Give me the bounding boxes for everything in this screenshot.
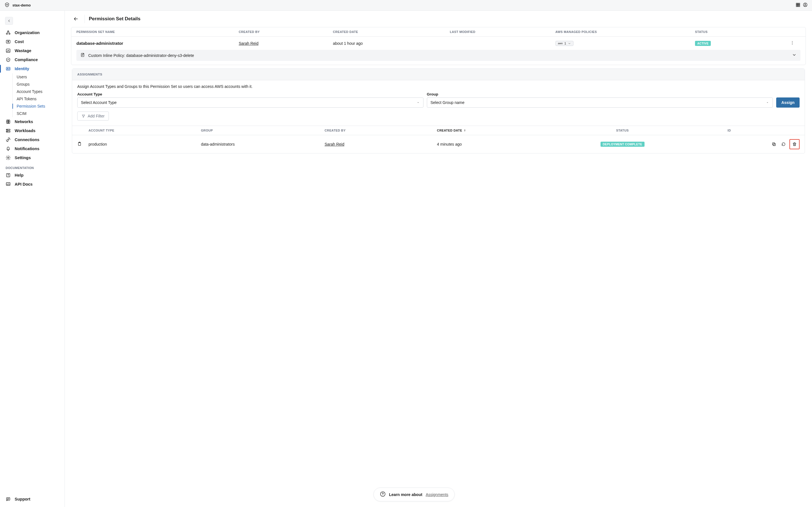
svg-rect-35 — [773, 144, 775, 146]
nav-notifications[interactable]: Notifications — [0, 144, 64, 153]
subnav-permission-sets[interactable]: Permission Sets — [13, 103, 64, 110]
created-date-value: about 1 hour ago — [333, 41, 447, 46]
svg-point-13 — [9, 33, 10, 35]
page-title: Permission Set Details — [89, 16, 140, 22]
svg-point-21 — [7, 129, 7, 130]
svg-rect-2 — [799, 3, 800, 4]
filter-icon — [82, 114, 86, 118]
col-created-by: CREATED BY — [239, 30, 329, 34]
aws-count: 1 — [564, 42, 566, 45]
row-account-type: production — [89, 142, 201, 147]
col-last-modified: LAST MODIFIED — [450, 30, 552, 34]
assign-button[interactable]: Assign — [776, 98, 800, 108]
settings-icon — [6, 155, 11, 160]
nav-support[interactable]: Support — [0, 495, 64, 504]
redeploy-button[interactable] — [780, 140, 787, 148]
organization-icon — [6, 30, 11, 35]
row-status-badge: DEPLOYMENT COMPLETE — [601, 142, 645, 147]
nav-help[interactable]: Help — [0, 171, 64, 180]
clipboard-icon — [77, 142, 89, 147]
subnav-scim[interactable]: SCIM — [13, 110, 64, 117]
svg-rect-36 — [772, 143, 775, 145]
svg-rect-27 — [6, 498, 10, 500]
compliance-icon — [6, 57, 11, 62]
delete-button[interactable] — [790, 139, 800, 149]
acol-created-by: CREATED BY — [324, 129, 437, 132]
nav-cost[interactable]: Cost — [0, 37, 64, 46]
nav-settings[interactable]: Settings — [0, 153, 64, 162]
assignments-header: ASSIGNMENTS — [72, 69, 805, 80]
created-by-link[interactable]: Sarah Reid — [239, 41, 259, 46]
svg-point-29 — [792, 43, 793, 43]
status-badge: ACTIVE — [695, 41, 711, 46]
nav-organization[interactable]: Organization — [0, 28, 64, 37]
help-circle-icon — [380, 491, 386, 498]
caret-down-icon — [416, 101, 420, 104]
aws-policies-chip[interactable]: aws 1 — [555, 41, 573, 46]
add-filter-button[interactable]: Add Filter — [77, 112, 109, 121]
acol-created-date[interactable]: CREATED DATE — [437, 129, 550, 132]
notifications-icon — [6, 146, 11, 151]
permission-set-name: database-administrator — [77, 41, 236, 46]
nav-label: Identity — [15, 66, 29, 71]
nav-networks[interactable]: Networks — [0, 117, 64, 126]
policy-icon — [80, 53, 85, 58]
sort-asc-icon — [463, 129, 466, 132]
nav-compliance[interactable]: Compliance — [0, 55, 64, 64]
nav-label: Settings — [15, 156, 31, 160]
nav-label: Notifications — [15, 147, 40, 151]
nav-label: Support — [15, 497, 31, 501]
group-select[interactable]: Select Group name — [427, 98, 773, 108]
row-created-by-link[interactable]: Sarah Reid — [324, 142, 344, 147]
acol-account-type: ACCOUNT TYPE — [89, 129, 201, 132]
svg-rect-4 — [798, 4, 799, 5]
nav-connections[interactable]: Connections — [0, 135, 64, 144]
account-type-select[interactable]: Select Account Type — [77, 98, 423, 108]
svg-point-28 — [792, 41, 793, 42]
identity-icon — [6, 66, 11, 71]
wastage-icon — [6, 48, 11, 53]
user-avatar-icon[interactable] — [803, 3, 808, 8]
subnav-api-tokens[interactable]: API Tokens — [13, 95, 64, 103]
doc-section-label: DOCUMENTATION — [0, 162, 64, 171]
nav-workloads[interactable]: Workloads — [0, 126, 64, 135]
apps-grid-icon[interactable] — [796, 3, 800, 8]
group-label: Group — [427, 92, 773, 96]
acol-group: GROUP — [201, 129, 325, 132]
group-placeholder: Select Group name — [430, 100, 465, 105]
header-divider — [85, 15, 85, 23]
svg-rect-5 — [799, 4, 800, 5]
workspace-name: stax-demo — [12, 3, 31, 7]
learn-more-text: Learn more about — [389, 492, 422, 497]
svg-point-24 — [8, 157, 9, 159]
back-button[interactable] — [71, 14, 81, 24]
sidebar-collapse-button[interactable] — [5, 17, 13, 25]
learn-more-link[interactable]: Assignments — [426, 492, 448, 497]
nav-label: API Docs — [15, 182, 33, 186]
inline-policy-row[interactable]: Custom Inline Policy: database-administr… — [77, 50, 801, 61]
svg-point-10 — [805, 4, 806, 5]
subnav-groups[interactable]: Groups — [13, 80, 64, 88]
row-menu-button[interactable] — [789, 41, 795, 46]
account-type-label: Account Type — [77, 92, 423, 96]
subnav-users[interactable]: Users — [13, 73, 64, 80]
nav-wastage[interactable]: Wastage — [0, 46, 64, 55]
nav-label: Compliance — [15, 57, 38, 62]
inline-policy-text: Custom Inline Policy: database-administr… — [88, 53, 194, 58]
nav-api-docs[interactable]: API Docs — [0, 180, 64, 189]
col-created-date: CREATED DATE — [333, 30, 447, 34]
copy-button[interactable] — [770, 140, 777, 148]
assignment-row: production data-administrators Sarah Rei… — [72, 135, 805, 153]
nav-identity[interactable]: Identity — [0, 64, 64, 73]
support-icon — [6, 497, 11, 502]
sidebar: Organization Cost Wastage Compliance Ide… — [0, 11, 65, 507]
connections-icon — [6, 137, 11, 142]
svg-rect-0 — [796, 3, 797, 4]
nav-label: Organization — [15, 31, 40, 35]
chevron-down-icon — [568, 42, 571, 45]
row-group: data-administrators — [201, 142, 325, 147]
acol-id: ID — [696, 129, 763, 132]
help-icon — [6, 173, 11, 178]
svg-rect-15 — [6, 49, 10, 52]
subnav-account-types[interactable]: Account Types — [13, 88, 64, 95]
